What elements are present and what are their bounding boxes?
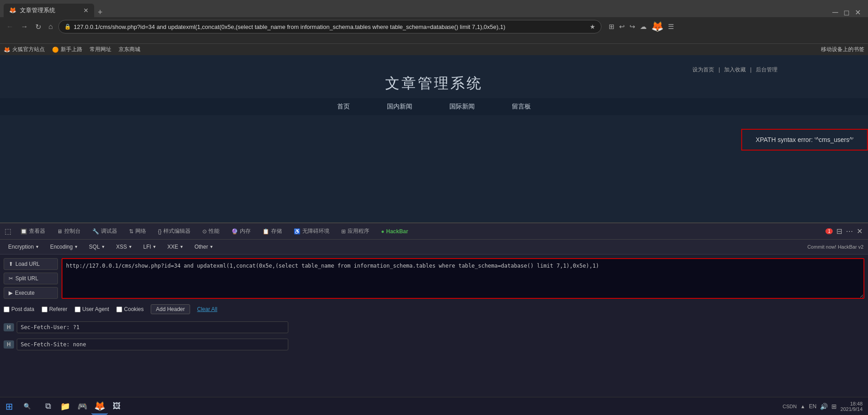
- bookmark-common-sites[interactable]: 常用网址: [90, 46, 111, 53]
- bookmark-label: 京东商城: [119, 46, 140, 53]
- forward-history-button[interactable]: ↪: [630, 23, 635, 31]
- browser-chrome: 🦊 文章管理系统 ✕ + ─ ◻ ✕ ← → ↻ ⌂ 🔒 127.0.0.1/c…: [0, 0, 868, 43]
- user-agent-input[interactable]: [75, 307, 81, 312]
- execute-label: Execute: [15, 290, 34, 296]
- tab-style-editor[interactable]: {} 样式编辑器: [153, 225, 196, 238]
- nav-bar: 首页 国内新闻 国际新闻 留言板: [0, 98, 868, 115]
- language-indicator[interactable]: EN: [809, 403, 816, 410]
- memory-icon: 🔮: [231, 228, 238, 235]
- tab-accessibility[interactable]: ♿ 无障碍环境: [288, 225, 335, 238]
- minimize-button[interactable]: ─: [832, 8, 838, 17]
- set-homepage-link[interactable]: 设为首页: [692, 66, 714, 73]
- taskbar-file-explorer[interactable]: 📁: [57, 398, 73, 415]
- add-header-button[interactable]: Add Header: [151, 304, 190, 314]
- taskbar-firefox[interactable]: 🦊: [91, 398, 108, 415]
- devtools-split-icon[interactable]: ⊟: [836, 227, 842, 236]
- taskbar-task-view[interactable]: ⧉: [40, 398, 56, 415]
- tab-performance[interactable]: ⊙ 性能: [197, 225, 225, 238]
- bookmark-newbie[interactable]: 🟠 新手上路: [52, 46, 82, 53]
- taskbar-search-button[interactable]: 🔍: [18, 397, 36, 415]
- taskbar: ⊞ 🔍 ⧉ 📁 🎮 🦊 🖼 CSDN ▲ EN 🔊 ⊞ 18:48 2021/9…: [0, 397, 868, 415]
- sql-label: SQL: [89, 244, 100, 250]
- menu-lfi[interactable]: LFI ▼: [139, 242, 160, 251]
- system-tray-icons[interactable]: ▲: [801, 404, 806, 409]
- accessibility-icon: ♿: [294, 228, 300, 235]
- load-url-button[interactable]: ⬆ Load URL: [4, 258, 58, 270]
- tab-application[interactable]: ⊞ 应用程序: [336, 225, 375, 238]
- referer-input[interactable]: [42, 307, 48, 312]
- add-favorite-link[interactable]: 加入收藏: [724, 66, 746, 73]
- tab-storage[interactable]: 📋 存储: [257, 225, 287, 238]
- back-button[interactable]: ←: [5, 21, 15, 33]
- photos-icon: 🖼: [113, 401, 121, 411]
- nav-home[interactable]: 首页: [319, 98, 368, 115]
- execute-button[interactable]: ▶ Execute: [4, 287, 58, 299]
- tab-close-button[interactable]: ✕: [83, 7, 89, 14]
- nav-domestic-news[interactable]: 国内新闻: [369, 98, 430, 115]
- split-url-label: Split URL: [15, 275, 38, 282]
- close-button[interactable]: ✕: [855, 8, 861, 17]
- menu-xxe[interactable]: XXE ▼: [164, 242, 187, 251]
- header-input-1[interactable]: [17, 321, 288, 333]
- start-button[interactable]: ⊞: [0, 397, 18, 415]
- tab-debugger[interactable]: 🔧 调试器: [87, 225, 123, 238]
- home-button[interactable]: ⌂: [47, 21, 55, 33]
- menu-other[interactable]: Other ▼: [191, 242, 217, 251]
- network-icon: ⇅: [129, 228, 134, 235]
- lfi-arrow-icon: ▼: [153, 245, 157, 249]
- tab-network[interactable]: ⇅ 网络: [124, 225, 152, 238]
- hamburger-menu[interactable]: ☰: [668, 23, 674, 31]
- address-box[interactable]: 🔒 127.0.0.1/cms/show.php?id=34 and updat…: [58, 20, 601, 33]
- taskbar-photos[interactable]: 🖼: [109, 398, 125, 415]
- back-history-button[interactable]: ↩: [619, 23, 625, 31]
- header-row-2: H: [4, 339, 864, 350]
- hackbar-options: Post data Referer User Agent Cookies Add…: [4, 302, 864, 316]
- menu-sql[interactable]: SQL ▼: [86, 242, 109, 251]
- firefox-icon: 🦊: [651, 21, 663, 33]
- url-textarea[interactable]: [62, 258, 864, 299]
- nav-guestbook[interactable]: 留言板: [494, 98, 549, 115]
- bookmark-star-icon[interactable]: ★: [590, 23, 596, 30]
- menu-encryption[interactable]: Encryption ▼: [5, 242, 43, 251]
- active-tab[interactable]: 🦊 文章管理系统 ✕: [4, 4, 94, 17]
- bookmark-jd[interactable]: 京东商城: [119, 46, 140, 53]
- split-url-button[interactable]: ✂ Split URL: [4, 273, 58, 284]
- post-data-input[interactable]: [4, 307, 10, 312]
- reload-button[interactable]: ↻: [33, 21, 43, 33]
- hackbar-body: ⬆ Load URL ✂ Split URL ▶ Execute: [0, 255, 868, 354]
- bookmark-firefox-official[interactable]: 🦊 火狐官方站点: [4, 46, 45, 53]
- tab-console[interactable]: 🖥 控制台: [52, 225, 86, 238]
- nav-international-news[interactable]: 国际新闻: [431, 98, 493, 115]
- viewer-icon: 🔲: [20, 228, 27, 235]
- devtools-more-icon[interactable]: ⋯: [846, 227, 853, 236]
- volume-icon[interactable]: 🔊: [820, 403, 828, 410]
- admin-link[interactable]: 后台管理: [756, 66, 777, 73]
- header-input-2[interactable]: [17, 339, 288, 350]
- mobile-bookmarks[interactable]: 移动设备上的书签: [821, 46, 864, 53]
- devtools-close-icon[interactable]: ✕: [857, 227, 863, 236]
- tab-memory[interactable]: 🔮 内存: [226, 225, 256, 238]
- other-label: Other: [195, 244, 208, 250]
- user-agent-checkbox[interactable]: User Agent: [75, 306, 109, 312]
- menu-xss[interactable]: XSS ▼: [113, 242, 136, 251]
- devtools-inspect-icon[interactable]: ⬚: [2, 227, 14, 236]
- clear-all-button[interactable]: Clear All: [197, 306, 218, 312]
- new-tab-button[interactable]: +: [94, 8, 106, 17]
- xss-label: XSS: [116, 244, 127, 250]
- menu-encoding[interactable]: Encoding ▼: [47, 242, 82, 251]
- cookies-input[interactable]: [116, 307, 122, 312]
- notifications-icon[interactable]: ⊞: [831, 403, 837, 410]
- forward-button[interactable]: →: [19, 21, 30, 33]
- post-data-checkbox[interactable]: Post data: [4, 306, 34, 312]
- extensions-button[interactable]: ⊞: [609, 23, 615, 31]
- bookmark-label: 新手上路: [61, 46, 82, 53]
- tab-title: 文章管理系统: [20, 6, 80, 14]
- taskbar-game[interactable]: 🎮: [74, 398, 91, 415]
- cookies-checkbox[interactable]: Cookies: [116, 306, 143, 312]
- sync-icon[interactable]: ☁: [640, 23, 647, 31]
- tab-viewer[interactable]: 🔲 查看器: [15, 225, 51, 238]
- referer-checkbox[interactable]: Referer: [42, 306, 67, 312]
- tab-hackbar[interactable]: ● HackBar: [376, 226, 414, 237]
- hackbar-dot-icon: ●: [381, 228, 384, 235]
- restore-button[interactable]: ◻: [844, 8, 849, 17]
